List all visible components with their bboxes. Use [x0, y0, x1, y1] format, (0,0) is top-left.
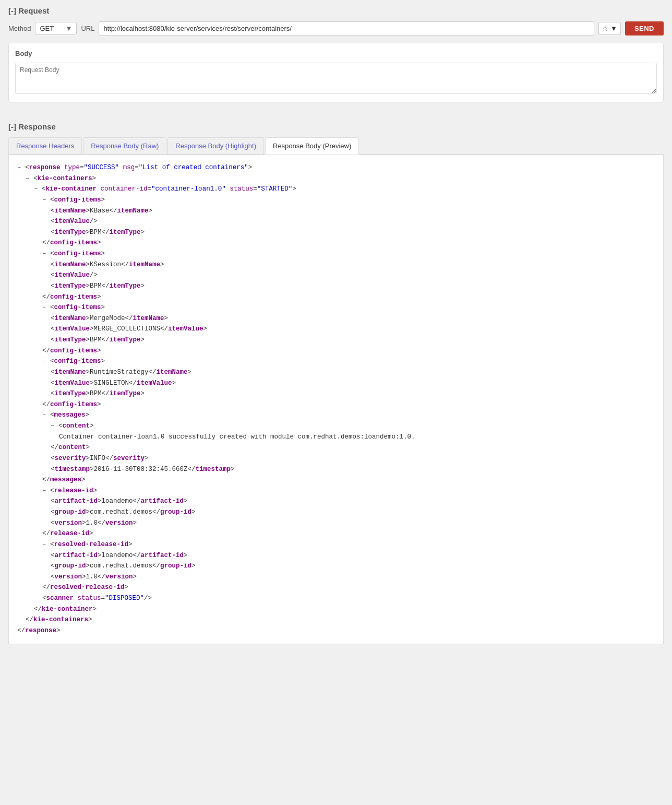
send-button[interactable]: SEND	[625, 21, 664, 35]
body-title: Body	[15, 50, 657, 57]
tab-preview[interactable]: Response Body (Preview)	[265, 137, 359, 155]
tab-highlight[interactable]: Response Body (Highlight)	[167, 137, 264, 154]
request-body-textarea[interactable]	[15, 63, 657, 94]
body-panel: Body	[8, 43, 664, 102]
url-row: Method GET ▼ URL ☆ ▼ SEND	[8, 21, 664, 35]
response-section: [-] Response Response Headers Response B…	[0, 116, 672, 653]
method-label: Method	[8, 25, 31, 32]
chevron-down-icon: ▼	[66, 25, 73, 32]
url-label: URL	[81, 25, 94, 32]
request-title: [-] Request	[8, 6, 664, 15]
response-title: [-] Response	[8, 122, 664, 131]
method-value: GET	[40, 25, 54, 32]
url-input[interactable]	[99, 21, 594, 35]
chevron-down-icon: ▼	[610, 25, 617, 32]
star-icon: ☆	[602, 25, 608, 32]
tab-headers[interactable]: Response Headers	[8, 137, 82, 154]
tab-raw[interactable]: Response Body (Raw)	[83, 137, 166, 154]
response-tabs: Response Headers Response Body (Raw) Res…	[8, 137, 664, 155]
bookmark-icons[interactable]: ☆ ▼	[598, 22, 621, 35]
method-dropdown[interactable]: GET ▼	[35, 22, 77, 35]
response-body-content: – <response type="SUCCESS" msg="List of …	[8, 155, 664, 644]
request-section: [-] Request Method GET ▼ URL ☆ ▼ SEND Bo…	[0, 0, 672, 111]
